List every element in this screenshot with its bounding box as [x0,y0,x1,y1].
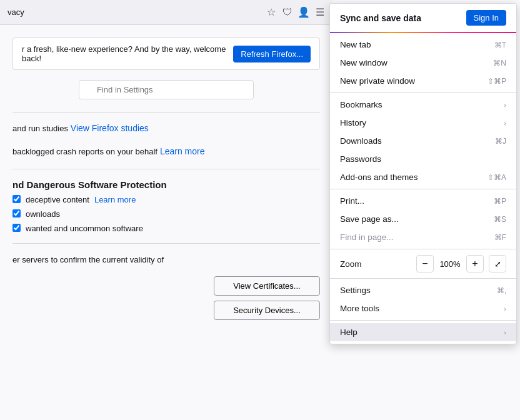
new-tab-label: New tab [340,40,371,49]
zoom-actions: − 100% + ⤢ [416,255,506,272]
menu-item-new-window[interactable]: New window ⌘N [330,54,516,72]
menu-item-history[interactable]: History › [330,114,516,132]
page-title: vacy [8,8,24,17]
zoom-control: Zoom − 100% + ⤢ [330,252,516,276]
menu-item-new-tab[interactable]: New tab ⌘T [330,36,516,54]
save-page-shortcut: ⌘S [494,215,506,224]
menu-item-passwords[interactable]: Passwords [330,150,516,168]
deceptive-row: deceptive content Learn more [12,195,320,204]
settings-page: vacy ☆ 🛡 👤 ☰ r a fresh, like-new experie… [0,0,332,420]
zoom-out-button[interactable]: − [416,255,434,272]
find-label: Find in page... [340,232,394,242]
downloads-text: ownloads [26,209,60,219]
divider-3 [12,243,320,244]
menu-item-settings[interactable]: Settings ⌘, [330,281,516,299]
history-label: History [340,118,366,128]
browser-toolbar: vacy ☆ 🛡 👤 ☰ [0,0,332,25]
help-chevron: › [504,329,506,336]
menu-item-downloads[interactable]: Downloads ⌘J [330,132,516,150]
new-window-label: New window [340,58,388,68]
menu-section-settings: Settings ⌘, More tools › [330,279,516,321]
passwords-label: Passwords [340,154,381,164]
search-input[interactable] [79,80,254,99]
menu-section-browse: Bookmarks › History › Downloads ⌘J Passw… [330,93,516,189]
addons-shortcut: ⇧⌘A [488,173,506,182]
downloads-label: Downloads [340,136,382,146]
dangerous-software-heading: nd Dangerous Software Protection [12,179,320,190]
crash-text: backlogged crash reports on your behalf [12,147,158,156]
help-label: Help [340,328,358,337]
view-certificates-button[interactable]: View Certificates... [214,276,320,296]
settings-content: r a fresh, like-new experience? And by t… [0,25,332,342]
new-tab-shortcut: ⌘T [494,41,506,49]
menu-item-bookmarks[interactable]: Bookmarks › [330,96,516,114]
more-tools-label: More tools [340,304,379,313]
downloads-checkbox[interactable] [12,209,21,218]
deceptive-text: deceptive content [26,195,89,204]
addons-label: Add-ons and themes [340,172,418,182]
settings-label: Settings [340,286,371,295]
print-shortcut: ⌘P [494,197,506,206]
menu-section-page: Print... ⌘P Save page as... ⌘S Find in p… [330,189,516,249]
view-studies-link[interactable]: View Firefox studies [71,123,149,133]
shield-icon[interactable]: 🛡 [282,8,292,18]
deceptive-learn-more[interactable]: Learn more [94,195,136,204]
uncommon-text: wanted and uncommon software [26,224,143,233]
new-window-shortcut: ⌘N [493,59,506,68]
cert-text: er servers to confirm the current validi… [12,255,164,264]
settings-shortcut: ⌘, [497,286,506,295]
studies-section: and run studies View Firefox studies [12,122,320,136]
more-tools-chevron: › [504,305,506,312]
search-wrapper: 🔍 [79,80,254,99]
bookmarks-chevron: › [504,101,506,109]
find-shortcut: ⌘F [494,233,506,242]
cert-buttons: View Certificates... Security Devices... [12,276,320,320]
crash-section: backlogged crash reports on your behalf … [12,146,320,159]
menu-header: Sync and save data Sign In [330,4,516,33]
dangerous-software-section: nd Dangerous Software Protection decepti… [12,179,320,233]
bookmarks-label: Bookmarks [340,100,382,109]
menu-item-find[interactable]: Find in page... ⌘F [330,228,516,246]
divider-2 [12,169,320,169]
new-private-window-label: New private window [340,76,415,86]
menu-item-help[interactable]: Help › [330,323,516,341]
avatar-icon[interactable]: 👤 [299,8,309,18]
certificates-section: er servers to confirm the current validi… [12,254,320,321]
studies-text: and run studies [12,124,68,133]
print-label: Print... [340,196,364,206]
menu-section-help: Help › [330,321,516,344]
menu-section-new: New tab ⌘T New window ⌘N New private win… [330,33,516,93]
downloads-shortcut: ⌘J [495,137,506,146]
menu-item-addons[interactable]: Add-ons and themes ⇧⌘A [330,168,516,186]
save-page-label: Save page as... [340,214,399,224]
history-chevron: › [504,119,506,127]
zoom-expand-button[interactable]: ⤢ [489,255,506,272]
menu-icon[interactable]: ☰ [315,8,325,18]
menu-header-title: Sync and save data [340,13,421,23]
new-private-window-shortcut: ⇧⌘P [488,77,506,86]
menu-section-zoom: Zoom − 100% + ⤢ [330,249,516,279]
zoom-in-button[interactable]: + [466,255,484,272]
sign-in-button[interactable]: Sign In [466,10,506,26]
zoom-label: Zoom [340,259,362,269]
menu-item-more-tools[interactable]: More tools › [330,299,516,318]
refresh-button[interactable]: Refresh Firefox... [233,46,311,62]
refresh-banner-text: r a fresh, like-new experience? And by t… [22,44,233,63]
downloads-row: ownloads [12,209,320,219]
menu-item-print[interactable]: Print... ⌘P [330,192,516,210]
menu-item-new-private-window[interactable]: New private window ⇧⌘P [330,72,516,90]
star-icon[interactable]: ☆ [266,8,276,18]
deceptive-checkbox[interactable] [12,195,21,203]
zoom-value: 100% [439,259,461,269]
security-devices-button[interactable]: Security Devices... [214,301,320,320]
uncommon-row: wanted and uncommon software [12,224,320,233]
firefox-menu-panel: Sync and save data Sign In New tab ⌘T Ne… [329,3,517,344]
crash-learn-more-link[interactable]: Learn more [160,146,205,156]
uncommon-checkbox[interactable] [12,224,21,232]
toolbar-icons: ☆ 🛡 👤 ☰ [266,8,325,18]
divider-1 [12,112,320,112]
search-bar: 🔍 [12,80,320,99]
refresh-banner: r a fresh, like-new experience? And by t… [12,38,320,70]
menu-item-save-page[interactable]: Save page as... ⌘S [330,210,516,228]
